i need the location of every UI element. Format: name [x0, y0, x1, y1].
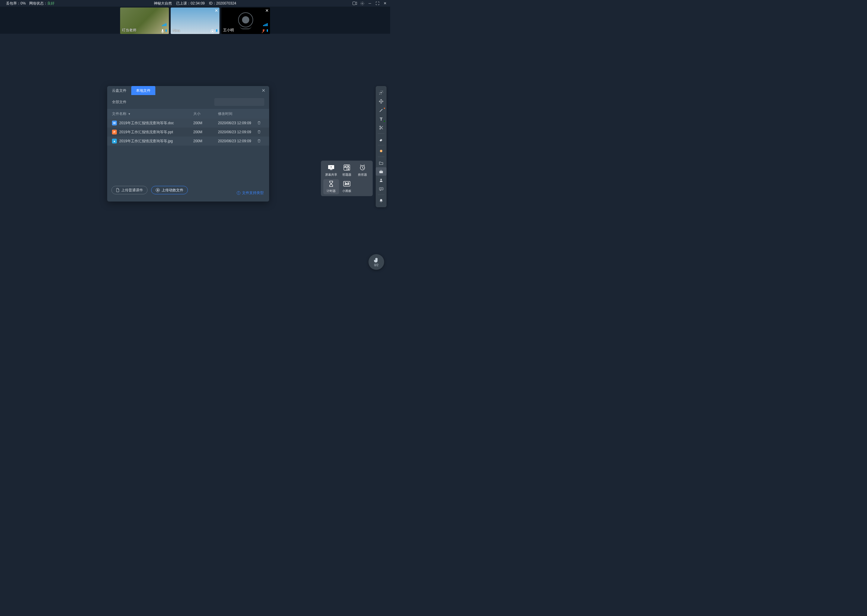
col-mtime[interactable]: 修改时间: [218, 111, 254, 116]
search-input[interactable]: [214, 98, 264, 106]
file-type-icon: ▲: [112, 139, 117, 143]
dialog-tabs: 云盘文件 本地文件 ✕: [107, 86, 269, 95]
delete-icon[interactable]: [254, 130, 264, 135]
table-row[interactable]: ▲2019年工作汇报情况查询等等.jpg200M2020/06/23 12:09…: [107, 137, 269, 146]
table-row[interactable]: P2019年工作汇报情况查询等等.ppt200M2020/06/23 12:09…: [107, 127, 269, 137]
participant-name: 王小明: [223, 28, 234, 33]
color-dot-icon[interactable]: [376, 147, 386, 155]
file-name: 2019年工作汇报情况查询等等.ppt: [119, 130, 173, 135]
svg-point-15: [238, 192, 239, 192]
room-title: 神秘大自然: [154, 1, 172, 6]
upload-animation-button[interactable]: 上传动效文件: [151, 186, 188, 194]
bell-icon[interactable]: [376, 196, 386, 205]
upload-normal-button[interactable]: 上传普通课件: [111, 186, 148, 194]
col-size[interactable]: 大小: [193, 111, 218, 116]
svg-point-16: [381, 92, 382, 93]
eraser-icon[interactable]: [376, 135, 386, 143]
tile-close-icon[interactable]: ✕: [214, 8, 218, 13]
mic-icon: [210, 29, 218, 33]
file-mtime: 2020/06/23 12:09:09: [218, 130, 254, 134]
user-icon[interactable]: [376, 176, 386, 184]
close-icon[interactable]: ✕: [383, 1, 387, 6]
file-table-header: 文件名称 大小 修改时间: [107, 109, 269, 118]
svg-rect-2: [162, 29, 163, 32]
file-picker-dialog: 云盘文件 本地文件 ✕ 全部文件 文件名称 大小 修改时间 W2019年工作汇报…: [107, 86, 269, 201]
timer-icon: [327, 181, 335, 187]
hand-count: 0/2: [374, 264, 378, 267]
teach-tools-panel: 屏幕共享 AB✕ 答题器 抢答器 计时器 2+3 小黑板: [321, 160, 373, 196]
info-icon: [236, 191, 241, 195]
chat-icon[interactable]: [376, 185, 386, 193]
svg-text:B: B: [348, 165, 349, 167]
screen-share-tool[interactable]: 屏幕共享: [324, 164, 338, 177]
dialog-footer: 上传普通课件 上传动效文件 文件支持类型: [107, 179, 269, 201]
file-size: 200M: [193, 130, 218, 134]
search-field[interactable]: [219, 100, 264, 104]
buzzer-icon: [358, 164, 367, 171]
play-icon: [156, 188, 160, 192]
dialog-close-icon[interactable]: ✕: [262, 88, 265, 93]
svg-point-1: [362, 3, 363, 4]
svg-point-25: [381, 189, 381, 189]
timer-tool[interactable]: 计时器: [323, 179, 339, 194]
network-status: 网络状态：良好: [29, 1, 55, 6]
settings-icon[interactable]: [360, 1, 364, 6]
participant-name: 叮当老师: [122, 28, 136, 33]
pen-icon[interactable]: [376, 106, 386, 114]
tab-cloud-files[interactable]: 云盘文件: [107, 86, 131, 95]
blackboard-tool[interactable]: 2+3 小黑板: [340, 181, 354, 193]
table-row[interactable]: W2019年工作汇报情况查询等等.doc200M2020/06/23 12:09…: [107, 118, 269, 127]
file-size: 200M: [193, 139, 218, 143]
scissors-icon[interactable]: [376, 123, 386, 132]
video-tile-student[interactable]: ✕ 王小明: [221, 8, 270, 34]
delete-icon[interactable]: [254, 121, 264, 126]
supported-types-link[interactable]: 文件支持类型: [236, 190, 264, 195]
minimize-icon[interactable]: ─: [367, 1, 372, 6]
file-type-icon: W: [112, 121, 117, 126]
file-mtime: 2020/06/23 12:09:09: [218, 121, 254, 125]
all-files-label: 全部文件: [112, 99, 126, 105]
video-tile-teacher[interactable]: 叮当老师: [120, 8, 169, 34]
svg-rect-28: [330, 169, 333, 170]
packet-loss-label: 丢包率：0%: [6, 1, 25, 6]
hand-icon: [373, 257, 379, 263]
svg-rect-6: [216, 29, 218, 32]
toolbox-icon[interactable]: [376, 167, 386, 176]
folder-icon[interactable]: [376, 159, 386, 167]
move-icon[interactable]: [376, 97, 386, 105]
file-mtime: 2020/06/23 12:09:09: [218, 139, 254, 143]
svg-rect-3: [166, 29, 167, 32]
top-status-bar: 丢包率：0% 网络状态：良好 神秘大自然 已上课：02:34:09 ID：202…: [0, 0, 390, 6]
delete-icon[interactable]: [254, 139, 264, 144]
svg-text:✕: ✕: [348, 168, 349, 170]
raise-hand-button[interactable]: 0/2: [369, 254, 384, 270]
participant-name: Nina: [172, 28, 180, 33]
screen-share-icon: [327, 164, 335, 171]
laser-pointer-icon[interactable]: [376, 88, 386, 97]
answer-icon: AB✕: [342, 164, 351, 171]
buzzer-tool[interactable]: 抢答器: [355, 164, 370, 177]
document-icon: [116, 188, 120, 192]
camera-icon[interactable]: [353, 1, 357, 6]
class-time: 已上课：02:34:09: [176, 1, 205, 6]
room-id: ID：2020070324: [209, 1, 236, 6]
mic-muted-icon: [262, 29, 269, 33]
svg-point-18: [379, 128, 380, 129]
file-size: 200M: [193, 121, 218, 125]
file-name: 2019年工作汇报情况查询等等.jpg: [119, 139, 173, 144]
camera-off-icon: [238, 13, 253, 29]
answer-tool[interactable]: AB✕ 答题器: [340, 164, 354, 177]
maximize-icon[interactable]: [375, 1, 380, 6]
col-name[interactable]: 文件名称: [112, 111, 193, 116]
text-icon[interactable]: T: [376, 115, 386, 123]
svg-point-5: [212, 31, 213, 32]
file-name: 2019年工作汇报情况查询等等.doc: [119, 121, 174, 126]
right-toolbar: T: [376, 86, 386, 207]
tab-local-files[interactable]: 本地文件: [131, 86, 155, 95]
svg-rect-21: [379, 171, 383, 173]
tile-close-icon[interactable]: ✕: [265, 8, 269, 13]
blackboard-icon: 2+3: [342, 181, 351, 187]
file-type-icon: P: [112, 130, 117, 134]
svg-rect-0: [353, 2, 355, 5]
video-tile-student[interactable]: ✕ Nina: [171, 8, 219, 34]
